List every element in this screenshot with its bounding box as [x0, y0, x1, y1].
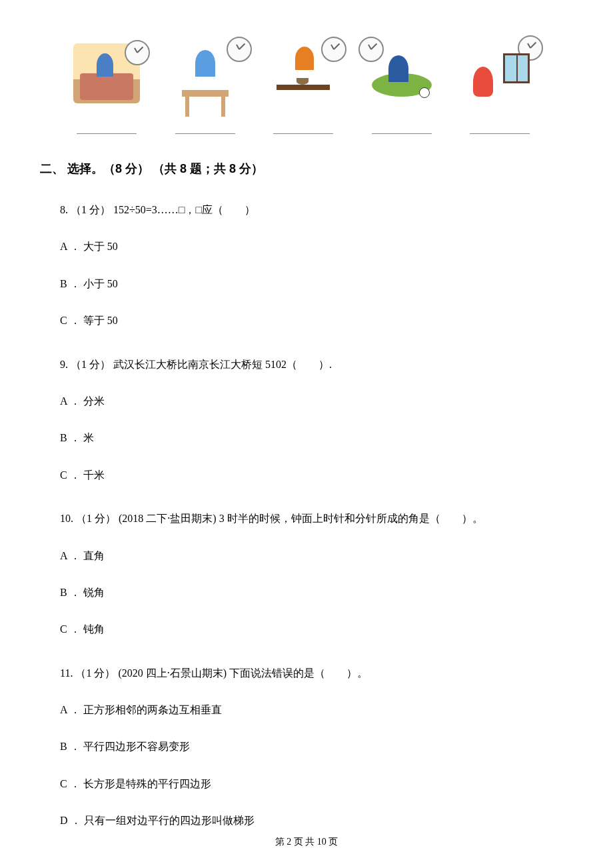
question-9-option-c[interactable]: C ． 千米 [60, 465, 560, 485]
question-8: 8. （1 分） 152÷50=3……□，□应（ ） A ． 大于 50 B ．… [40, 200, 560, 331]
clock-icon [125, 40, 150, 65]
question-11: 11. （1 分） (2020 四上·石景山期末) 下面说法错误的是（ ）。 A… [40, 663, 560, 831]
clock-icon [358, 37, 384, 62]
question-10-option-b[interactable]: B ． 锐角 [60, 583, 560, 603]
activity-image-window [453, 33, 546, 113]
question-9-option-b[interactable]: B ． 米 [60, 428, 560, 448]
question-9: 9. （1 分） 武汉长江大桥比南京长江大桥短 5102（ ）. A ． 分米 … [40, 355, 560, 486]
answer-blank-2[interactable] [175, 133, 235, 134]
activity-item-4 [355, 33, 448, 134]
question-11-option-a[interactable]: A ． 正方形相邻的两条边互相垂直 [60, 700, 560, 720]
clock-icon [321, 37, 346, 62]
question-10: 10. （1 分） (2018 二下·盐田期末) 3 时半的时候，钟面上时针和分… [40, 509, 560, 640]
answer-blank-5[interactable] [470, 133, 530, 134]
activity-item-2 [159, 33, 252, 134]
activity-item-5 [453, 33, 546, 134]
clock-icon [227, 37, 252, 62]
section-heading: 二、 选择。（8 分） （共 8 题；共 8 分） [40, 161, 560, 177]
question-8-text: 8. （1 分） 152÷50=3……□，□应（ ） [60, 200, 560, 220]
question-11-option-c[interactable]: C ． 长方形是特殊的平行四边形 [60, 774, 560, 794]
question-10-text: 10. （1 分） (2018 二下·盐田期末) 3 时半的时候，钟面上时针和分… [60, 509, 560, 529]
question-11-option-b[interactable]: B ． 平行四边形不容易变形 [60, 737, 560, 757]
question-8-option-b[interactable]: B ． 小于 50 [60, 274, 560, 294]
question-9-option-a[interactable]: A ． 分米 [60, 391, 560, 411]
question-8-option-c[interactable]: C ． 等于 50 [60, 311, 560, 331]
question-10-option-c[interactable]: C ． 钝角 [60, 619, 560, 639]
activity-item-1 [60, 33, 153, 134]
question-9-text: 9. （1 分） 武汉长江大桥比南京长江大桥短 5102（ ）. [60, 355, 560, 375]
question-11-text: 11. （1 分） (2020 四上·石景山期末) 下面说法错误的是（ ）。 [60, 663, 560, 683]
activity-image-eat [257, 33, 350, 113]
answer-blank-4[interactable] [372, 133, 432, 134]
activity-image-soccer [355, 33, 448, 113]
activity-image-study [159, 33, 252, 113]
question-8-option-a[interactable]: A ． 大于 50 [60, 237, 560, 257]
activity-image-wakeup [60, 33, 153, 113]
activity-item-3 [257, 33, 350, 134]
answer-blank-3[interactable] [273, 133, 333, 134]
answer-blank-1[interactable] [77, 133, 137, 134]
question-11-option-d[interactable]: D ． 只有一组对边平行的四边形叫做梯形 [60, 811, 560, 831]
activity-images-row [40, 33, 560, 134]
question-10-option-a[interactable]: A ． 直角 [60, 546, 560, 566]
page-footer: 第 2 页 共 10 页 [0, 836, 613, 848]
